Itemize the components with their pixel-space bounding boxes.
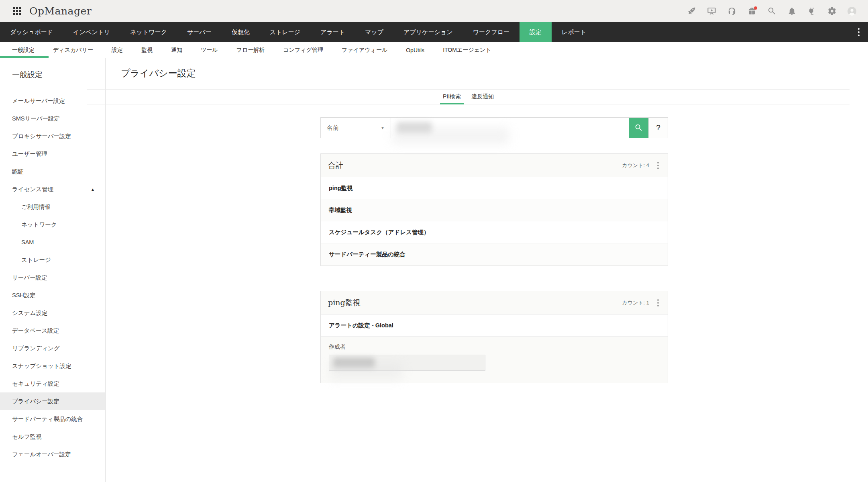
- subnav-tab-flow-analysis[interactable]: フロー解析: [227, 47, 274, 54]
- sidebar-item-security-settings[interactable]: セキュリティ設定: [0, 375, 105, 392]
- pii-tabs-bar: PII検索 違反通知: [87, 89, 850, 104]
- sidebar-item-ssh-settings[interactable]: SSH設定: [0, 286, 105, 304]
- nav-tab-inventory[interactable]: インベントリ: [63, 22, 120, 42]
- sidebar-item-sam[interactable]: SAM: [0, 233, 105, 251]
- subnav-tab-oputils[interactable]: OpUtils: [397, 47, 434, 53]
- sidebar-item-self-monitoring[interactable]: セルフ監視: [0, 428, 105, 445]
- integrations-plug-icon[interactable]: [807, 6, 817, 16]
- sidebar-item-database-settings[interactable]: データベース設定: [0, 322, 105, 339]
- list-item-third-party-integration[interactable]: サードパーティー製品の統合: [321, 243, 668, 266]
- sidebar-item-server-settings[interactable]: サーバー設定: [0, 269, 105, 286]
- nav-tab-virtualization[interactable]: 仮想化: [222, 22, 260, 42]
- rocket-icon[interactable]: [687, 6, 696, 16]
- nav-tab-storage[interactable]: ストレージ: [260, 22, 310, 42]
- list-item-label: サードパーティー製品の統合: [329, 251, 405, 258]
- selected-field-label: 名前: [327, 124, 339, 132]
- list-item-bandwidth-monitoring[interactable]: 帯域監視: [321, 199, 668, 221]
- settings-gear-icon[interactable]: [827, 6, 837, 16]
- list-item-scheduled-task[interactable]: スケジュールタスク（アドレス管理）: [321, 221, 668, 243]
- kebab-menu-icon[interactable]: [656, 160, 660, 171]
- subnav-tab-configuration[interactable]: 設定: [102, 47, 132, 54]
- sidebar-item-label: ライセンス管理: [12, 186, 53, 193]
- nav-tab-dashboard[interactable]: ダッシュボード: [0, 22, 63, 42]
- sidebar-heading: 一般設定: [0, 66, 105, 83]
- sidebar-item-license-storage[interactable]: ストレージ: [0, 251, 105, 269]
- card-title: 合計: [328, 160, 343, 171]
- sidebar-item-label: セルフ監視: [12, 433, 42, 441]
- tab-violation-notification[interactable]: 違反通知: [466, 90, 499, 104]
- card-title: ping監視: [328, 298, 361, 308]
- tab-pii-search[interactable]: PII検索: [438, 90, 466, 104]
- help-button[interactable]: ?: [648, 118, 668, 138]
- nav-overflow-menu-icon[interactable]: [850, 22, 868, 42]
- sidebar-item-label: ご利用情報: [21, 203, 51, 211]
- sidebar-item-label: サーバー設定: [12, 274, 47, 282]
- sidebar-item-label: SAM: [21, 239, 34, 245]
- search-input[interactable]: [391, 118, 629, 138]
- notifications-bell-icon[interactable]: [787, 6, 797, 16]
- search-field-selector[interactable]: 名前 ▼: [321, 118, 391, 138]
- sidebar-item-label: SSH設定: [12, 292, 36, 299]
- sidebar-item-label: リブランディング: [12, 345, 60, 352]
- sidebar-item-label: メールサーバー設定: [12, 97, 65, 105]
- sidebar-item-system-settings[interactable]: システム設定: [0, 304, 105, 322]
- sidebar-item-user-management[interactable]: ユーザー管理: [0, 145, 105, 163]
- subnav-tab-monitoring[interactable]: 監視: [132, 47, 162, 54]
- nav-tab-server[interactable]: サーバー: [177, 22, 222, 42]
- subnav-tab-notification[interactable]: 通知: [162, 47, 192, 54]
- settings-sidebar: 一般設定 メールサーバー設定 SMSサーバー設定 プロキシサーバー設定 ユーザー…: [0, 58, 106, 482]
- nav-tab-settings[interactable]: 設定: [520, 22, 552, 42]
- collapse-arrow-icon[interactable]: ▲: [91, 187, 95, 192]
- sidebar-item-usage-info[interactable]: ご利用情報: [0, 198, 105, 216]
- sidebar-item-snapshot-settings[interactable]: スナップショット設定: [0, 357, 105, 375]
- sidebar-item-third-party-integrations[interactable]: サードパーティ製品の統合: [0, 410, 105, 428]
- sidebar-item-label: SMSサーバー設定: [12, 115, 60, 123]
- sidebar-item-license-management[interactable]: ライセンス管理 ▲: [0, 180, 105, 198]
- ping-monitoring-card: ping監視 カウント: 1 アラートの設定 - Global 作成者: [320, 291, 668, 383]
- sidebar-item-sms-server[interactable]: SMSサーバー設定: [0, 110, 105, 127]
- subnav-tab-config-management[interactable]: コンフィグ管理: [274, 47, 332, 54]
- sidebar-item-label: 認証: [12, 168, 24, 176]
- support-headset-icon[interactable]: [727, 6, 736, 16]
- new-badge-dot: [754, 6, 757, 10]
- search-button[interactable]: [629, 118, 648, 138]
- sidebar-item-authentication[interactable]: 認証: [0, 163, 105, 180]
- topbar: OpManager: [0, 0, 868, 22]
- subnav-tab-discovery[interactable]: ディスカバリー: [44, 47, 102, 54]
- subnav-tab-firewall[interactable]: ファイアウォール: [332, 47, 397, 54]
- sidebar-item-label: プロキシサーバー設定: [12, 133, 71, 140]
- whats-new-gift-icon[interactable]: [747, 6, 756, 16]
- search-icon[interactable]: [767, 6, 776, 16]
- sidebar-item-license-network[interactable]: ネットワーク: [0, 216, 105, 233]
- training-video-icon[interactable]: [707, 6, 716, 16]
- user-avatar[interactable]: [847, 6, 857, 16]
- list-item-ping-monitoring[interactable]: ping監視: [321, 177, 668, 199]
- sidebar-item-failover-settings[interactable]: フェールオーバー設定: [0, 445, 105, 463]
- subnav-tab-itom-agent[interactable]: ITOMエージェント: [434, 47, 500, 54]
- sidebar-item-rebranding[interactable]: リブランディング: [0, 339, 105, 357]
- nav-tab-alerts[interactable]: アラート: [310, 22, 355, 42]
- list-item-label: アラートの設定 - Global: [329, 322, 393, 329]
- count-badge: カウント: 1: [622, 299, 649, 306]
- page-title: プライバシー設定: [121, 67, 868, 80]
- subnav-tab-general-settings[interactable]: 一般設定: [0, 47, 44, 54]
- sidebar-item-privacy-settings[interactable]: プライバシー設定: [0, 392, 105, 410]
- redacted-search-value-blur: [393, 127, 509, 144]
- sidebar-item-proxy-server[interactable]: プロキシサーバー設定: [0, 127, 105, 145]
- apps-grid-icon[interactable]: [13, 7, 21, 15]
- list-item-alert-settings-global[interactable]: アラートの設定 - Global: [321, 315, 668, 337]
- nav-tab-network[interactable]: ネットワーク: [120, 22, 177, 42]
- nav-tab-workflow[interactable]: ワークフロー: [463, 22, 520, 42]
- sidebar-item-label: フェールオーバー設定: [12, 451, 71, 458]
- settings-subnav: 一般設定 ディスカバリー 設定 監視 通知 ツール フロー解析 コンフィグ管理 …: [0, 42, 868, 58]
- list-item-label: ping監視: [329, 184, 353, 192]
- nav-tab-reports[interactable]: レポート: [552, 22, 596, 42]
- list-item-label: 帯域監視: [329, 206, 352, 214]
- ping-card-header: ping監視 カウント: 1: [321, 291, 668, 315]
- nav-tab-maps[interactable]: マップ: [355, 22, 393, 42]
- sidebar-item-label: システム設定: [12, 309, 47, 317]
- kebab-menu-icon[interactable]: [656, 298, 660, 308]
- nav-tab-applications[interactable]: アプリケーション: [393, 22, 463, 42]
- subnav-tab-tools[interactable]: ツール: [192, 47, 227, 54]
- sidebar-item-label: セキュリティ設定: [12, 380, 59, 388]
